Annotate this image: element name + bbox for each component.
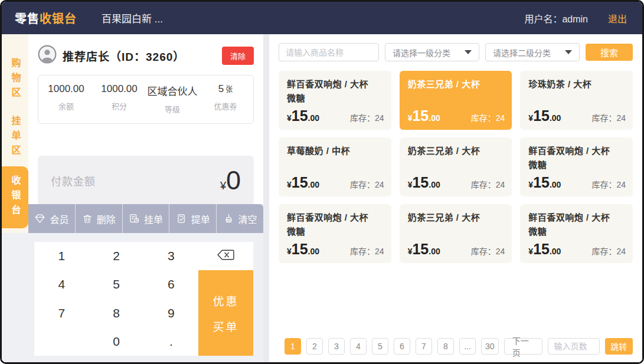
category1-select[interactable]: 请选择一级分类 bbox=[385, 43, 479, 61]
price-decimal: .00 bbox=[308, 180, 319, 189]
discount-checkout-line2: 买单 bbox=[213, 318, 239, 334]
next-page-button[interactable]: 下一页 bbox=[504, 338, 542, 355]
price-main: 15 bbox=[412, 174, 429, 191]
category2-select-value: 请选择二级分类 bbox=[493, 47, 551, 58]
product-card[interactable]: 鲜百香双响炮 / 大杯微糖 ¥15.00 库存：24 bbox=[520, 137, 633, 196]
numpad-key-0[interactable]: 0 bbox=[89, 327, 144, 356]
product-price-row: ¥15.00 库存：24 bbox=[287, 241, 384, 258]
numpad-key-4[interactable]: 4 bbox=[34, 270, 89, 299]
page-button-ellipsis[interactable]: ... bbox=[459, 338, 476, 355]
page-button-3[interactable]: 3 bbox=[328, 338, 345, 355]
product-name: 奶茶三兄弟 / 大杯 bbox=[408, 144, 504, 158]
product-name: 鲜百香双响炮 / 大杯微糖 bbox=[287, 77, 383, 106]
stat-level: 区域合伙人 等级 bbox=[146, 83, 199, 114]
product-card[interactable]: 鲜百香双响炮 / 大杯微糖 ¥15.00 库存：24 bbox=[520, 204, 633, 263]
stock-label: 库存：24 bbox=[350, 245, 384, 257]
member-title: 推荐店长（ID：3260） bbox=[63, 48, 185, 64]
hold-order-icon bbox=[129, 213, 140, 224]
numpad-key-5[interactable]: 5 bbox=[89, 270, 144, 299]
member-button-label: 会员 bbox=[50, 212, 68, 226]
price-decimal: .00 bbox=[429, 247, 440, 256]
product-card-selected[interactable]: 奶茶三兄弟 / 大杯 ¥15.00 库存：24 bbox=[400, 71, 512, 130]
avatar-icon bbox=[38, 45, 57, 66]
discount-checkout-button[interactable]: 优惠 买单 bbox=[198, 270, 253, 356]
search-button[interactable]: 搜索 bbox=[586, 44, 633, 61]
product-price-row: ¥15.00 库存：24 bbox=[287, 107, 384, 124]
stat-points-label: 积分 bbox=[93, 100, 146, 112]
clear-cart-button[interactable]: 清空 bbox=[217, 204, 263, 233]
page-button-5[interactable]: 5 bbox=[372, 338, 388, 355]
numpad-key-1[interactable]: 1 bbox=[34, 242, 89, 270]
product-name-input[interactable] bbox=[279, 43, 379, 61]
backspace-icon bbox=[217, 249, 235, 264]
stock-label: 库存：24 bbox=[471, 112, 505, 123]
product-card[interactable]: 奶茶三兄弟 / 大杯 ¥15.00 库存：24 bbox=[400, 137, 512, 196]
logout-link[interactable]: 退出 bbox=[608, 11, 627, 25]
retrieve-order-button[interactable]: 提单 bbox=[169, 204, 217, 233]
chevron-down-icon bbox=[565, 50, 572, 54]
page-button-7[interactable]: 7 bbox=[416, 338, 432, 355]
product-card[interactable]: 鲜百香双响炮 / 大杯微糖 ¥15.00 库存：24 bbox=[279, 71, 391, 130]
page-button-2[interactable]: 2 bbox=[306, 338, 323, 355]
category2-select[interactable]: 请选择二级分类 bbox=[485, 43, 580, 61]
currency-symbol: ¥ bbox=[220, 180, 226, 192]
price-main: 15 bbox=[412, 107, 429, 124]
stock-label: 库存：24 bbox=[591, 245, 626, 257]
product-card[interactable]: 奶茶三兄弟 / 大杯 ¥15.00 库存：24 bbox=[400, 204, 512, 263]
sidebar-tab-held-orders-label: 挂单区 bbox=[8, 116, 22, 160]
stock-label: 库存：24 bbox=[471, 245, 505, 257]
left-tab-strip: 购物区 挂单区 收银台 bbox=[2, 34, 28, 362]
currency-symbol: ¥ bbox=[287, 247, 292, 256]
page-button-6[interactable]: 6 bbox=[394, 338, 410, 355]
numpad-key-7[interactable]: 7 bbox=[34, 299, 89, 327]
hold-order-button[interactable]: 挂单 bbox=[123, 204, 170, 233]
numpad-key-6[interactable]: 6 bbox=[144, 270, 199, 299]
numpad-key-3[interactable]: 3 bbox=[144, 242, 199, 270]
page-button-8[interactable]: 8 bbox=[437, 338, 454, 355]
numpad-area: 1 2 3 4 5 6 优惠 bbox=[28, 233, 263, 362]
numpad-key-8[interactable]: 8 bbox=[89, 299, 144, 327]
numpad-key-2[interactable]: 2 bbox=[89, 242, 144, 270]
payment-amount-field[interactable]: 付款金额 ¥0 bbox=[38, 156, 254, 205]
page-button-30[interactable]: 30 bbox=[481, 338, 499, 355]
sidebar-tab-shopping[interactable]: 购物区 bbox=[2, 51, 28, 109]
stat-level-value: 区域合伙人 bbox=[146, 83, 199, 98]
stock-label: 库存：24 bbox=[350, 112, 384, 123]
currency-symbol: ¥ bbox=[408, 247, 413, 256]
stock-label: 库存：24 bbox=[471, 178, 505, 190]
product-card[interactable]: 珍珠奶茶 / 大杯 ¥15.00 库存：24 bbox=[520, 71, 633, 130]
member-button[interactable]: 会员 bbox=[28, 204, 76, 233]
store-name[interactable]: 百果园白新 ... bbox=[102, 11, 163, 25]
page-button-4[interactable]: 4 bbox=[350, 338, 367, 355]
price-decimal: .00 bbox=[308, 247, 319, 256]
stat-coupons: 5张 优惠券 bbox=[199, 83, 252, 114]
product-card[interactable]: 草莓酸奶 / 中杯 ¥15.00 库存：24 bbox=[279, 137, 391, 196]
product-name: 珍珠奶茶 / 大杯 bbox=[528, 77, 625, 91]
stat-points-value: 1000.00 bbox=[93, 83, 146, 95]
payment-amount-number: 0 bbox=[226, 165, 241, 196]
delete-button[interactable]: 删除 bbox=[76, 204, 123, 233]
product-price-row: ¥15.00 库存：24 bbox=[528, 107, 626, 124]
main-area: 购物区 挂单区 收银台 bbox=[2, 34, 642, 362]
product-name: 鲜百香双响炮 / 大杯微糖 bbox=[528, 211, 625, 239]
member-stats-card: 1000.00 余额 1000.00 积分 区域合伙人 等级 5张 优惠券 bbox=[38, 75, 254, 124]
product-card[interactable]: 鲜百香双响炮 / 大杯微糖 ¥15.00 库存：24 bbox=[279, 204, 391, 263]
stat-coupons-unit: 张 bbox=[225, 86, 233, 94]
app-title-prefix: 零售 bbox=[15, 12, 40, 25]
sidebar-tab-held-orders[interactable]: 挂单区 bbox=[2, 109, 28, 166]
left-tab-strip-top: 购物区 挂单区 收银台 bbox=[2, 34, 28, 233]
price-decimal: .00 bbox=[308, 113, 319, 123]
page-number-input[interactable] bbox=[548, 338, 600, 355]
clear-cart-button-label: 清空 bbox=[238, 212, 257, 226]
product-name: 奶茶三兄弟 / 大杯 bbox=[408, 211, 504, 225]
sidebar-tab-cashier[interactable]: 收银台 bbox=[2, 166, 28, 228]
numpad-key-dot[interactable]: . bbox=[144, 327, 199, 356]
panel-divider bbox=[263, 34, 269, 362]
jump-button[interactable]: 跳转 bbox=[605, 338, 633, 355]
numpad-key-9[interactable]: 9 bbox=[144, 299, 199, 327]
numpad-key-backspace[interactable] bbox=[198, 242, 253, 270]
page-button-1[interactable]: 1 bbox=[285, 338, 301, 355]
clear-member-button[interactable]: 清除 bbox=[222, 47, 254, 65]
topbar: 零售收银台 百果园白新 ... 用户名：admin 退出 bbox=[2, 2, 642, 34]
stock-label: 库存：24 bbox=[350, 178, 384, 190]
